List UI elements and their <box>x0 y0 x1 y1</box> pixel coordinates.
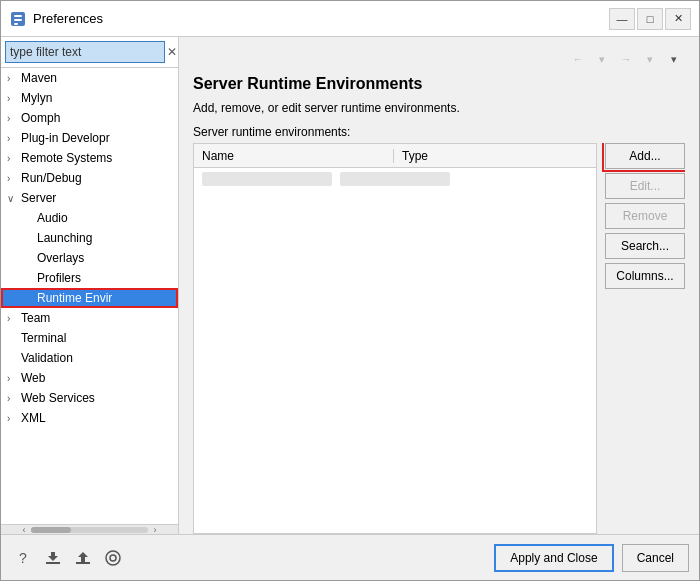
table-row[interactable] <box>194 168 596 190</box>
sidebar-item-label: Oomph <box>21 111 60 125</box>
svg-point-11 <box>110 555 116 561</box>
sidebar-item-label: Server <box>21 191 56 205</box>
panel-body: Name Type Add... Edit... Remove Search..… <box>193 143 685 534</box>
main-content: ✕ ›Maven›Mylyn›Oomph›Plug-in Developr›Re… <box>1 37 699 534</box>
scroll-right-arrow[interactable]: › <box>148 525 162 535</box>
svg-rect-7 <box>76 562 90 564</box>
bottom-right-buttons: Apply and Close Cancel <box>494 544 689 572</box>
name-cell-blurred <box>202 172 332 186</box>
export-icon <box>74 549 92 567</box>
sidebar-item-label: Audio <box>37 211 68 225</box>
action-buttons: Add... Edit... Remove Search... Columns.… <box>605 143 685 534</box>
sidebar-horizontal-scrollbar[interactable]: ‹ › <box>1 524 178 534</box>
sidebar-item-team[interactable]: ›Team <box>1 308 178 328</box>
svg-marker-6 <box>48 556 58 561</box>
sidebar-item-xml[interactable]: ›XML <box>1 408 178 428</box>
settings-button[interactable] <box>101 546 125 570</box>
sidebar-item-validation[interactable]: Validation <box>1 348 178 368</box>
type-column-header: Type <box>394 149 596 163</box>
search-clear-button[interactable]: ✕ <box>167 43 177 61</box>
panel-title: Server Runtime Environments <box>193 75 685 93</box>
window-title: Preferences <box>33 11 609 26</box>
export-button[interactable] <box>71 546 95 570</box>
sidebar-item-label: Maven <box>21 71 57 85</box>
sidebar-item-mylyn[interactable]: ›Mylyn <box>1 88 178 108</box>
cancel-button[interactable]: Cancel <box>622 544 689 572</box>
svg-marker-9 <box>78 552 88 557</box>
sidebar-item-oomph[interactable]: ›Oomph <box>1 108 178 128</box>
svg-rect-2 <box>14 19 22 21</box>
columns-button[interactable]: Columns... <box>605 263 685 289</box>
scroll-track[interactable] <box>31 527 148 533</box>
panel-description: Add, remove, or edit server runtime envi… <box>193 101 685 115</box>
sidebar-item-label: Runtime Envir <box>37 291 112 305</box>
panel-toolbar: ← ▾ → ▾ ▾ <box>193 49 685 69</box>
remove-button[interactable]: Remove <box>605 203 685 229</box>
sidebar-item-web-services[interactable]: ›Web Services <box>1 388 178 408</box>
titlebar: Preferences — □ ✕ <box>1 1 699 37</box>
forward-button[interactable]: → <box>615 49 637 69</box>
sidebar-item-label: Overlays <box>37 251 84 265</box>
table-row-area[interactable] <box>194 168 596 533</box>
sidebar-item-label: Terminal <box>21 331 66 345</box>
sidebar-item-launching[interactable]: Launching <box>1 228 178 248</box>
scroll-thumb[interactable] <box>31 527 71 533</box>
sidebar-item-server[interactable]: ∨Server <box>1 188 178 208</box>
sidebar-item-label: Mylyn <box>21 91 52 105</box>
sidebar-item-label: Validation <box>21 351 73 365</box>
import-button[interactable] <box>41 546 65 570</box>
name-column-header: Name <box>194 149 394 163</box>
type-cell-blurred <box>340 172 450 186</box>
settings-icon <box>104 549 122 567</box>
help-button[interactable]: ? <box>11 546 35 570</box>
sidebar-item-web[interactable]: ›Web <box>1 368 178 388</box>
sidebar-item-label: Plug-in Developr <box>21 131 110 145</box>
bottom-bar: ? <box>1 534 699 580</box>
sidebar-item-runtime-envir[interactable]: Runtime Envir <box>1 288 178 308</box>
tree-area: ›Maven›Mylyn›Oomph›Plug-in Developr›Remo… <box>1 68 178 524</box>
sidebar-item-label: Web <box>21 371 45 385</box>
sidebar-item-label: Run/Debug <box>21 171 82 185</box>
add-button[interactable]: Add... <box>605 143 685 169</box>
sidebar-item-overlays[interactable]: Overlays <box>1 248 178 268</box>
sidebar-item-label: Web Services <box>21 391 95 405</box>
panel-list-label: Server runtime environments: <box>193 125 685 139</box>
sidebar-item-profilers[interactable]: Profilers <box>1 268 178 288</box>
panel-menu-button[interactable]: ▾ <box>663 49 685 69</box>
preferences-window: Preferences — □ ✕ ✕ ›Maven›Mylyn›Oomph›P… <box>0 0 700 581</box>
back-button[interactable]: ← <box>567 49 589 69</box>
search-input[interactable] <box>5 41 165 63</box>
svg-point-10 <box>106 551 120 565</box>
svg-rect-4 <box>46 562 60 564</box>
sidebar-item-label: Team <box>21 311 50 325</box>
edit-button[interactable]: Edit... <box>605 173 685 199</box>
forward-dropdown-button[interactable]: ▾ <box>639 49 661 69</box>
sidebar-item-audio[interactable]: Audio <box>1 208 178 228</box>
close-button[interactable]: ✕ <box>665 8 691 30</box>
scroll-left-arrow[interactable]: ‹ <box>17 525 31 535</box>
maximize-button[interactable]: □ <box>637 8 663 30</box>
sidebar-item-maven[interactable]: ›Maven <box>1 68 178 88</box>
window-icon <box>9 10 27 28</box>
sidebar-item-label: Remote Systems <box>21 151 112 165</box>
sidebar-item-terminal[interactable]: Terminal <box>1 328 178 348</box>
search-button[interactable]: Search... <box>605 233 685 259</box>
apply-close-button[interactable]: Apply and Close <box>494 544 613 572</box>
sidebar-item-label: Profilers <box>37 271 81 285</box>
search-bar: ✕ <box>1 37 178 68</box>
table-header: Name Type <box>194 144 596 168</box>
window-controls: — □ ✕ <box>609 8 691 30</box>
sidebar-item-plug-in-dev[interactable]: ›Plug-in Developr <box>1 128 178 148</box>
sidebar: ✕ ›Maven›Mylyn›Oomph›Plug-in Developr›Re… <box>1 37 179 534</box>
right-panel: ← ▾ → ▾ ▾ Server Runtime Environments Ad… <box>179 37 699 534</box>
sidebar-item-label: XML <box>21 411 46 425</box>
import-icon <box>44 549 62 567</box>
sidebar-item-remote-systems[interactable]: ›Remote Systems <box>1 148 178 168</box>
minimize-button[interactable]: — <box>609 8 635 30</box>
back-dropdown-button[interactable]: ▾ <box>591 49 613 69</box>
svg-rect-1 <box>14 15 22 17</box>
environments-table: Name Type <box>193 143 597 534</box>
sidebar-item-run-debug[interactable]: ›Run/Debug <box>1 168 178 188</box>
bottom-left-icons: ? <box>11 546 494 570</box>
svg-rect-3 <box>14 23 18 25</box>
